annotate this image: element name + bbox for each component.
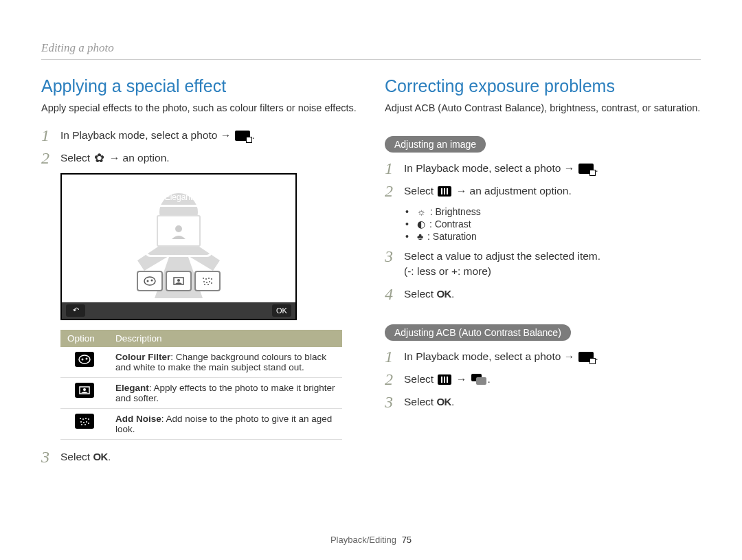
step-text: Select	[404, 185, 436, 197]
acb-step-1: 1 In Playback mode, select a photo → .	[385, 349, 701, 365]
add-noise-icon	[75, 414, 94, 429]
step-text: Select	[404, 396, 436, 407]
right-step-1: 1 In Playback mode, select a photo → .	[385, 161, 701, 177]
step-text: In Playback mode, select a photo →	[404, 350, 577, 362]
step-number: 3	[41, 449, 60, 465]
right-step-2: 2 Select → an adjustment option.	[385, 183, 701, 199]
footer-page-number: 75	[402, 535, 412, 545]
svg-point-24	[85, 418, 87, 419]
svg-point-2	[144, 277, 155, 285]
ok-icon: OK	[436, 394, 451, 410]
table-row: Colour Filter: Change background colours…	[60, 347, 342, 378]
pill-adjusting-image: Adjusting an image	[385, 136, 486, 153]
step-number: 2	[385, 371, 404, 388]
step-number: 2	[385, 183, 404, 199]
ok-button[interactable]: OK	[272, 304, 291, 317]
opt-name: Colour Filter	[115, 352, 170, 362]
svg-point-13	[209, 281, 210, 282]
list-item: ◐: Contrast	[405, 219, 701, 229]
intro-right: Adjust ACB (Auto Contrast Balance), brig…	[385, 102, 701, 115]
svg-point-7	[203, 278, 204, 279]
ok-icon: OK	[93, 449, 108, 464]
heading-exposure: Correcting exposure problems	[385, 76, 701, 96]
svg-point-29	[88, 423, 89, 424]
step-text: In Playback mode, select a photo →	[60, 129, 234, 141]
adjustment-options: ☼: Brightness ◐: Contrast ♣: Saturation	[405, 206, 701, 242]
step-number: 4	[385, 286, 404, 302]
step-text: In Playback mode, select a photo →	[404, 162, 577, 174]
svg-point-22	[80, 418, 81, 419]
th-option: Option	[60, 330, 109, 347]
left-step-2: 2 Select ✿ → an option.	[41, 150, 357, 166]
step-text: Select	[60, 152, 93, 164]
tab-colour-filter[interactable]	[137, 271, 163, 291]
svg-point-15	[204, 284, 205, 285]
step-text: →	[456, 373, 470, 385]
right-step-3: 3 Select a value to adjust the selected …	[385, 249, 701, 280]
opt-label: : Saturation	[427, 231, 477, 242]
step-number: 2	[41, 150, 60, 166]
svg-point-23	[82, 418, 84, 420]
left-step-1: 1 In Playback mode, select a photo → .	[41, 128, 357, 144]
tab-elegant[interactable]	[166, 271, 192, 291]
adjust-icon	[438, 186, 451, 197]
table-row: Add Noise: Add noise to the photo to giv…	[60, 408, 342, 439]
svg-point-19	[86, 357, 88, 359]
opt-label: : Contrast	[429, 219, 471, 229]
highlight-frame	[145, 205, 212, 257]
left-step-3: 3 Select OK.	[41, 449, 357, 465]
step-text: (-: less or +: more)	[404, 265, 491, 277]
svg-point-28	[86, 421, 87, 423]
step-number: 1	[385, 348, 404, 365]
th-description: Description	[109, 330, 342, 347]
opt-name: Add Noise	[115, 414, 161, 424]
elegant-icon	[75, 383, 94, 398]
contrast-icon: ◐	[417, 219, 425, 229]
acb-step-3: 3 Select OK.	[385, 394, 701, 410]
svg-point-18	[82, 358, 84, 360]
col-right: Correcting exposure problems Adjust ACB …	[385, 76, 701, 472]
svg-point-10	[211, 278, 212, 280]
page-footer: Playback/Editing 75	[0, 535, 742, 545]
acb-step-2: 2 Select → .	[385, 372, 701, 388]
svg-point-30	[81, 424, 82, 425]
svg-point-4	[151, 279, 153, 281]
step-number: 3	[385, 248, 404, 265]
footer-section: Playback/Editing	[330, 535, 396, 545]
svg-point-17	[79, 355, 90, 363]
intro-left: Apply special effects to the photo, such…	[41, 102, 357, 115]
svg-point-16	[207, 284, 209, 285]
pill-adjusting-acb: Adjusting ACB (Auto Contrast Balance)	[385, 324, 571, 341]
opt-label: : Brightness	[430, 206, 481, 217]
step-number: 1	[41, 127, 60, 144]
saturation-icon: ♣	[417, 231, 423, 242]
back-button[interactable]: ↶	[66, 304, 85, 317]
svg-point-25	[88, 418, 89, 420]
step-text: Select	[60, 451, 93, 462]
portrait-thumb-icon	[157, 215, 201, 247]
brightness-icon: ☼	[417, 206, 426, 217]
breadcrumb: Editing a photo	[41, 41, 701, 60]
step-text: → an adjustment option.	[456, 185, 572, 197]
svg-point-11	[203, 281, 205, 282]
svg-point-9	[208, 278, 210, 279]
adjust-icon	[438, 374, 451, 385]
edit-icon	[578, 352, 594, 362]
tab-add-noise[interactable]	[194, 271, 221, 291]
step-text: Select	[404, 373, 436, 385]
col-left: Applying a special effect Apply special …	[41, 76, 357, 472]
options-table: Option Description Colour Filter: Change…	[60, 330, 342, 440]
svg-point-12	[206, 282, 207, 283]
step-text: → an option.	[109, 152, 170, 164]
svg-point-3	[147, 280, 149, 282]
svg-point-14	[211, 282, 212, 284]
screen-bottom-bar: ↶ OK	[62, 302, 295, 319]
table-row: Elegant: Apply effects to the photo to m…	[60, 377, 342, 408]
colour-filter-icon	[75, 352, 94, 367]
effect-tabs	[137, 271, 221, 291]
svg-point-26	[80, 421, 82, 423]
step-number: 1	[385, 160, 404, 177]
svg-point-21	[83, 388, 86, 391]
svg-point-27	[83, 422, 85, 423]
right-step-4: 4 Select OK.	[385, 287, 701, 302]
